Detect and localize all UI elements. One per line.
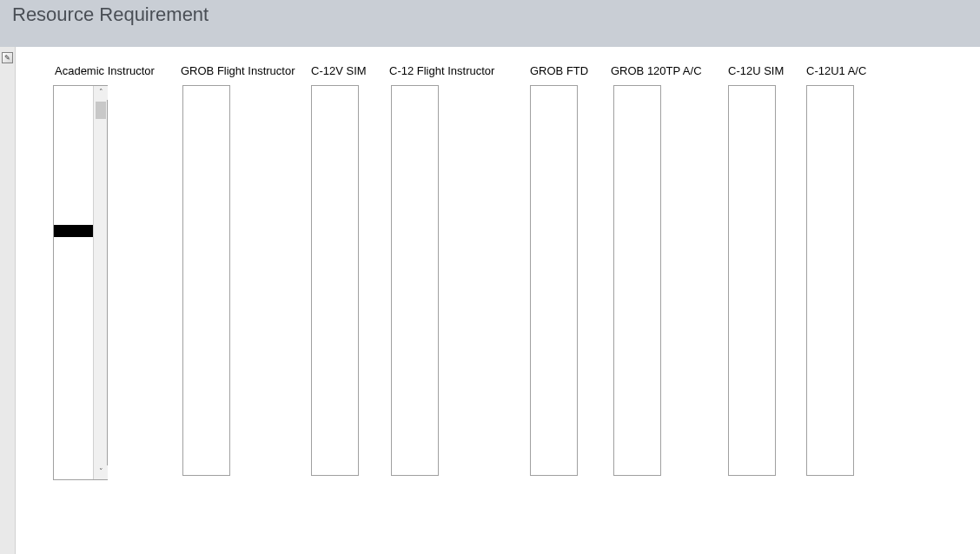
column-label: C-12U1 A/C [805,64,866,80]
column-label: C-12U SIM [726,64,784,80]
resource-listbox[interactable] [806,85,854,476]
header-bar: Resource Requirement [0,0,980,47]
resource-listbox[interactable] [530,85,578,476]
page-title: Resource Requirement [12,3,968,26]
column-label: Academic Instructor [53,64,155,80]
resource-listbox[interactable] [311,85,359,476]
resource-column: GROB 120TP A/C [609,64,702,476]
selected-item[interactable] [54,225,93,237]
scroll-thumb[interactable] [96,102,106,119]
column-label: C-12V SIM [309,64,367,80]
resource-column: C-12 Flight Instructor [387,64,494,476]
resource-column: GROB Flight Instructor [179,64,295,476]
columns-row: Academic Instructor˄˅GROB Flight Instruc… [16,64,980,554]
scrollbar[interactable]: ˄˅ [93,86,107,479]
resource-listbox[interactable]: ˄˅ [53,85,108,480]
column-label: GROB 120TP A/C [609,64,702,80]
content-area: Academic Instructor˄˅GROB Flight Instruc… [16,47,980,554]
resource-listbox[interactable] [182,85,230,476]
resource-column: C-12V SIM [309,64,367,476]
resource-column: C-12U SIM [726,64,784,476]
column-label: GROB Flight Instructor [179,64,295,80]
resource-column: GROB FTD [528,64,588,476]
resource-listbox[interactable] [728,85,776,476]
resource-listbox[interactable] [613,85,661,476]
resource-listbox[interactable] [391,85,439,476]
resource-column: C-12U1 A/C [805,64,866,476]
column-label: GROB FTD [528,64,588,80]
form-design-icon[interactable]: ✎ [2,52,13,63]
resource-column: Academic Instructor˄˅ [53,64,155,480]
record-selector-rail[interactable] [0,47,16,554]
column-label: C-12 Flight Instructor [387,64,494,80]
scroll-down-icon[interactable]: ˅ [94,465,108,479]
scroll-up-icon[interactable]: ˄ [94,86,108,100]
